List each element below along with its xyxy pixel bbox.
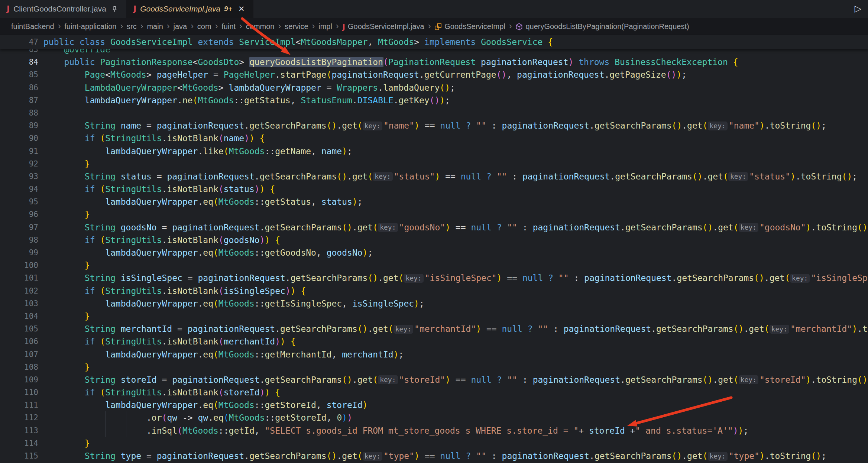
tab-goods-service-impl[interactable]: J GoodsServiceImpl.java 9+ ✕ xyxy=(127,0,253,18)
breadcrumb-separator: › xyxy=(336,22,339,30)
indent-guide xyxy=(85,399,85,411)
code-line-88[interactable]: 88 xyxy=(0,107,868,119)
line-number: 87 xyxy=(0,94,43,107)
breadcrumb-item-goodsserviceimpl-java[interactable]: JGoodsServiceImpl.java xyxy=(343,22,424,31)
code-line-91[interactable]: 91 lambdaQueryWrapper.like(MtGoods::getN… xyxy=(0,145,868,158)
code-line-108[interactable]: 108 } xyxy=(0,361,868,373)
code-line-87[interactable]: 87 lambdaQueryWrapper.ne(MtGoods::getSta… xyxy=(0,94,868,107)
code-line-95[interactable]: 95 lambdaQueryWrapper.eq(MtGoods::getSta… xyxy=(0,195,868,208)
java-file-icon: J xyxy=(343,23,345,30)
run-button[interactable]: ▷ xyxy=(852,2,864,15)
code-line-103[interactable]: 103 lambdaQueryWrapper.eq(MtGoods::getIs… xyxy=(0,297,868,310)
code-line-86[interactable]: 86 LambdaQueryWrapper<MtGoods> lambdaQue… xyxy=(0,81,868,94)
breadcrumb-item-querygoodslistbypagination-paginationrequest[interactable]: queryGoodsListByPagination(PaginationReq… xyxy=(515,22,689,31)
line-number: 101 xyxy=(0,272,43,284)
code-line-114[interactable]: 114 } xyxy=(0,437,868,450)
indent-guide xyxy=(126,424,126,437)
code-text: if (StringUtils.isNotBlank(isSingleSpec)… xyxy=(43,285,306,297)
line-number: 89 xyxy=(0,119,43,132)
class-icon xyxy=(434,23,442,30)
line-number: 92 xyxy=(0,158,43,170)
code-line-98[interactable]: 98 if (StringUtils.isNotBlank(goodsNo)) … xyxy=(0,234,868,246)
code-line-89[interactable]: 89 String name = paginationRequest.getSe… xyxy=(0,119,868,132)
line-number: 97 xyxy=(0,221,43,234)
line-number: 96 xyxy=(0,208,43,221)
indent-guide xyxy=(85,297,85,310)
code-line-112[interactable]: 112 .or(qw -> qw.eq(MtGoods::getStoreId,… xyxy=(0,411,868,424)
breadcrumb-item-java[interactable]: java xyxy=(173,22,187,31)
code-text: } xyxy=(43,437,90,450)
breadcrumb-item-com[interactable]: com xyxy=(197,22,211,31)
code-line-115[interactable]: 115 String type = paginationRequest.getS… xyxy=(0,450,868,462)
code-line-110[interactable]: 110 if (StringUtils.isNotBlank(storeId))… xyxy=(0,386,868,399)
code-line-105[interactable]: 105 String merchantId = paginationReques… xyxy=(0,323,868,335)
code-text: if (StringUtils.isNotBlank(storeId)) { xyxy=(43,386,280,399)
code-text: if (StringUtils.isNotBlank(merchantId)) … xyxy=(43,335,296,348)
code-line-106[interactable]: 106 if (StringUtils.isNotBlank(merchantI… xyxy=(0,335,868,348)
code-line-101[interactable]: 101 String isSingleSpec = paginationRequ… xyxy=(0,272,868,284)
breadcrumb-item-src[interactable]: src xyxy=(127,22,137,31)
code-text: lambdaQueryWrapper.eq(MtGoods::getStoreI… xyxy=(43,399,367,411)
code-text: String merchantId = paginationRequest.ge… xyxy=(43,323,868,335)
code-text: } xyxy=(43,208,90,221)
breadcrumb-item-fuintbackend[interactable]: fuintBackend xyxy=(11,22,54,31)
code-line-96[interactable]: 96 } xyxy=(0,208,868,221)
code-text: lambdaQueryWrapper.eq(MtGoods::getMercha… xyxy=(43,348,404,361)
code-line-84[interactable]: 84 public PaginationResponse<GoodsDto> q… xyxy=(0,56,868,68)
indent-guide xyxy=(105,411,106,424)
inlay-hint: key: xyxy=(363,452,382,461)
code-line-99[interactable]: 99 lambdaQueryWrapper.eq(MtGoods::getGoo… xyxy=(0,246,868,259)
code-text: lambdaQueryWrapper.eq(MtGoods::getGoodsN… xyxy=(43,246,373,259)
breadcrumb-item-fuint[interactable]: fuint xyxy=(221,22,236,31)
code-line-104[interactable]: 104 } xyxy=(0,310,868,323)
breadcrumb-label: GoodsServiceImpl xyxy=(444,22,505,31)
code-line-109[interactable]: 109 String storeId = paginationRequest.g… xyxy=(0,373,868,386)
code-line-107[interactable]: 107 lambdaQueryWrapper.eq(MtGoods::getMe… xyxy=(0,348,868,361)
code-area[interactable]: 83 @Override84 public PaginationResponse… xyxy=(0,43,868,463)
code-line-93[interactable]: 93 String status = paginationRequest.get… xyxy=(0,170,868,183)
inlay-hint: key: xyxy=(404,274,423,283)
line-number: 110 xyxy=(0,386,43,399)
inlay-hint: key: xyxy=(378,223,398,232)
sticky-scroll-line[interactable]: 47 public class GoodsServiceImpl extends… xyxy=(0,35,868,49)
indent-guide xyxy=(64,221,64,234)
java-file-icon: J xyxy=(133,5,136,13)
breadcrumb-separator: › xyxy=(167,22,170,30)
breadcrumb-item-goodsserviceimpl[interactable]: GoodsServiceImpl xyxy=(434,22,505,31)
breadcrumb-item-service[interactable]: service xyxy=(285,22,308,31)
breadcrumb-separator: › xyxy=(140,22,143,30)
code-line-97[interactable]: 97 String goodsNo = paginationRequest.ge… xyxy=(0,221,868,234)
code-line-92[interactable]: 92 } xyxy=(0,158,868,170)
close-icon[interactable]: ✕ xyxy=(237,4,246,14)
code-line-85[interactable]: 85 Page<MtGoods> pageHelper = PageHelper… xyxy=(0,68,868,81)
inlay-hint: key: xyxy=(373,172,392,181)
indent-guide xyxy=(64,335,64,348)
line-number: 93 xyxy=(0,170,43,183)
indent-guide xyxy=(64,145,64,158)
pin-icon[interactable] xyxy=(110,4,120,14)
breadcrumb-item-impl[interactable]: impl xyxy=(318,22,332,31)
breadcrumb-item-common[interactable]: common xyxy=(246,22,275,31)
code-line-100[interactable]: 100 } xyxy=(0,259,868,272)
code-text: Page<MtGoods> pageHelper = PageHelper.st… xyxy=(43,68,687,81)
code-line-94[interactable]: 94 if (StringUtils.isNotBlank(status)) { xyxy=(0,183,868,195)
inlay-hint: key: xyxy=(728,172,748,181)
line-number: 102 xyxy=(0,285,43,297)
breadcrumb-separator: › xyxy=(239,22,242,30)
code-text: lambdaQueryWrapper.eq(MtGoods::getIsSing… xyxy=(43,297,424,310)
line-number: 85 xyxy=(0,68,43,81)
breadcrumb-item-main[interactable]: main xyxy=(147,22,163,31)
code-line-113[interactable]: 113 .inSql(MtGoods::getId, "SELECT s.goo… xyxy=(0,424,868,437)
code-line-90[interactable]: 90 if (StringUtils.isNotBlank(name)) { xyxy=(0,132,868,145)
code-line-102[interactable]: 102 if (StringUtils.isNotBlank(isSingleS… xyxy=(0,285,868,297)
code-text: lambdaQueryWrapper.like(MtGoods::getName… xyxy=(43,145,352,158)
tab-client-goods-controller[interactable]: J ClientGoodsController.java xyxy=(0,0,127,18)
breadcrumb-label: java xyxy=(173,22,187,31)
indent-guide xyxy=(64,107,64,119)
breadcrumb-item-fuint-application[interactable]: fuint-application xyxy=(64,22,116,31)
code-line-111[interactable]: 111 lambdaQueryWrapper.eq(MtGoods::getSt… xyxy=(0,399,868,411)
inlay-hint: key: xyxy=(363,122,382,130)
inlay-hint: key: xyxy=(739,375,758,384)
code-text: if (StringUtils.isNotBlank(name)) { xyxy=(43,132,265,145)
code-text: .inSql(MtGoods::getId, "SELECT s.goods_i… xyxy=(43,424,748,437)
